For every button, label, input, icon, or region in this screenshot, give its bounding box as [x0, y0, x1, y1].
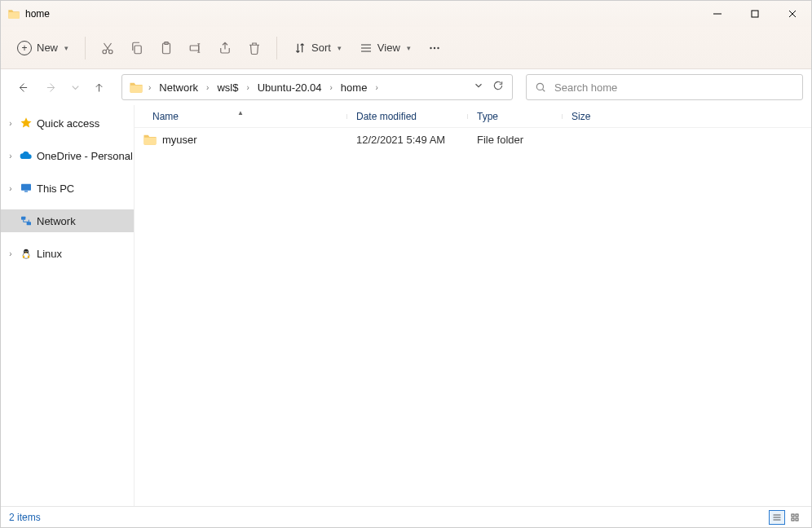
column-header-type[interactable]: Type [467, 111, 562, 122]
folder-icon [143, 132, 157, 147]
svg-rect-14 [27, 222, 31, 225]
sort-indicator-icon: ▲ [237, 109, 244, 117]
sidebar-item-quick-access[interactable]: › Quick access [1, 112, 134, 134]
sort-icon [293, 42, 307, 55]
minimize-button[interactable] [699, 1, 736, 27]
breadcrumb-home[interactable]: home [336, 80, 373, 95]
monitor-icon [19, 181, 33, 196]
sidebar-item-this-pc[interactable]: › This PC [1, 177, 134, 200]
svg-point-10 [536, 83, 543, 90]
search-icon [535, 81, 546, 93]
sidebar-item-label: This PC [37, 183, 74, 195]
sidebar-item-label: OneDrive - Personal [37, 150, 133, 162]
search-box[interactable] [526, 74, 803, 100]
status-text: 2 items [9, 512, 41, 523]
close-button[interactable] [774, 1, 811, 27]
new-button[interactable]: + New ▾ [11, 34, 75, 62]
maximize-button[interactable] [736, 1, 774, 27]
recent-locations-button[interactable] [68, 74, 82, 100]
column-headers: Name ▲ Date modified Type Size [135, 105, 811, 128]
column-header-size[interactable]: Size [562, 111, 627, 122]
view-button-label: View [377, 42, 400, 54]
svg-point-8 [434, 46, 435, 48]
svg-rect-0 [752, 11, 758, 17]
cloud-icon [19, 148, 33, 163]
window-title: home [25, 8, 50, 20]
delete-button[interactable] [242, 34, 267, 62]
navigation-tree: › Quick access › OneDrive - Personal › T… [1, 105, 135, 506]
navigation-bar: › Network › wsl$ › Ubuntu-20.04 › home › [1, 69, 811, 105]
cut-button[interactable] [95, 34, 120, 62]
expander-icon[interactable]: › [6, 152, 15, 161]
sidebar-item-network[interactable]: › Network [1, 209, 134, 232]
svg-point-7 [430, 46, 431, 48]
breadcrumb-sep-icon[interactable]: › [205, 83, 210, 92]
svg-point-17 [24, 251, 25, 252]
address-bar[interactable]: › Network › wsl$ › Ubuntu-20.04 › home › [121, 74, 513, 100]
share-button[interactable] [213, 34, 237, 62]
svg-point-18 [27, 251, 28, 252]
forward-button[interactable] [38, 74, 64, 100]
file-type: File folder [467, 134, 562, 146]
file-row[interactable]: myuser 12/2/2021 5:49 AM File folder [135, 128, 811, 151]
linux-icon [19, 246, 33, 261]
status-bar: 2 items [1, 506, 811, 527]
sidebar-item-label: Network [37, 215, 76, 227]
star-icon [19, 116, 33, 130]
expander-icon[interactable]: › [6, 249, 15, 258]
paste-button[interactable] [154, 34, 179, 62]
search-input[interactable] [554, 81, 794, 94]
folder-icon [7, 7, 20, 20]
sort-button-label: Sort [311, 42, 331, 54]
column-label: Name [152, 111, 179, 122]
separator [85, 37, 86, 59]
up-button[interactable] [86, 74, 112, 100]
svg-point-19 [25, 253, 27, 253]
svg-point-9 [437, 46, 439, 48]
rename-button[interactable] [183, 34, 208, 62]
svg-rect-6 [190, 46, 199, 51]
sidebar-item-label: Linux [37, 248, 62, 260]
network-icon [19, 213, 33, 228]
breadcrumb-sep-icon[interactable]: › [147, 83, 152, 92]
breadcrumb-network[interactable]: Network [154, 80, 203, 95]
refresh-button[interactable] [492, 80, 504, 95]
column-header-name[interactable]: Name ▲ [135, 111, 346, 122]
expander-icon[interactable]: › [6, 119, 15, 128]
view-button[interactable]: View ▾ [353, 34, 417, 62]
address-dropdown-button[interactable] [473, 80, 484, 95]
breadcrumb-wsl[interactable]: wsl$ [212, 80, 243, 95]
breadcrumb-sep-icon[interactable]: › [245, 83, 250, 92]
chevron-down-icon: ▾ [64, 44, 68, 52]
thumbnails-view-toggle[interactable] [787, 510, 803, 525]
copy-button[interactable] [125, 34, 149, 62]
svg-rect-21 [796, 514, 798, 517]
main-area: › Quick access › OneDrive - Personal › T… [1, 105, 811, 506]
details-view-toggle[interactable] [769, 510, 785, 525]
expander-icon[interactable]: › [6, 184, 15, 193]
ribbon-toolbar: + New ▾ Sort ▾ View ▾ [1, 27, 811, 69]
column-header-date[interactable]: Date modified [346, 111, 467, 122]
new-button-label: New [37, 42, 58, 54]
svg-rect-22 [792, 518, 794, 521]
separator [276, 37, 277, 59]
svg-rect-13 [21, 217, 25, 220]
svg-point-2 [109, 50, 113, 54]
file-date: 12/2/2021 5:49 AM [346, 134, 467, 146]
back-button[interactable] [9, 74, 35, 100]
more-button[interactable] [422, 34, 447, 62]
svg-rect-3 [135, 46, 141, 54]
svg-point-1 [103, 50, 107, 54]
breadcrumb-sep-icon[interactable]: › [373, 83, 379, 92]
svg-rect-11 [21, 184, 31, 191]
breadcrumb-ubuntu[interactable]: Ubuntu-20.04 [253, 80, 327, 95]
sidebar-item-onedrive[interactable]: › OneDrive - Personal [1, 144, 134, 167]
sort-button[interactable]: Sort ▾ [287, 34, 348, 62]
folder-icon [129, 80, 143, 95]
breadcrumb-sep-icon[interactable]: › [329, 83, 334, 92]
file-list: Name ▲ Date modified Type Size myuser 12… [135, 105, 811, 506]
title-bar: home [1, 1, 811, 27]
svg-rect-23 [796, 518, 798, 521]
view-icon [360, 42, 373, 55]
sidebar-item-linux[interactable]: › Linux [1, 242, 134, 265]
